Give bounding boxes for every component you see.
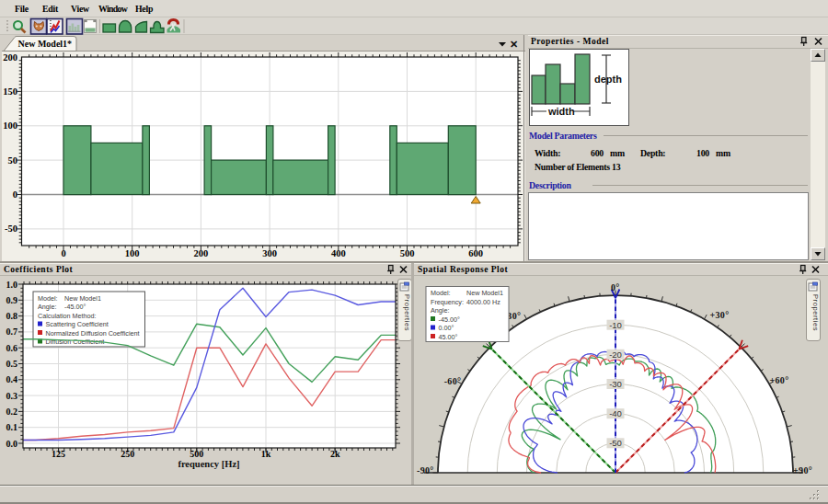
svg-text:Model:: Model: xyxy=(431,289,451,297)
svg-text:0°: 0° xyxy=(611,282,620,292)
svg-text:+90°: +90° xyxy=(793,465,812,475)
svg-text:+60°: +60° xyxy=(770,375,789,385)
svg-text:0.00°: 0.00° xyxy=(439,324,454,332)
svg-text:4000.00 Hz: 4000.00 Hz xyxy=(466,298,500,306)
svg-text:-90°: -90° xyxy=(417,465,434,475)
svg-text:Frequency:: Frequency: xyxy=(431,298,464,306)
svg-text:-30: -30 xyxy=(609,379,622,389)
svg-text:New Model1: New Model1 xyxy=(466,289,503,297)
svg-text:Angle:: Angle: xyxy=(431,306,449,315)
svg-text:-10: -10 xyxy=(609,320,622,330)
svg-text:-60°: -60° xyxy=(444,376,462,386)
svg-text:45.00°: 45.00° xyxy=(439,333,458,341)
svg-text:-20: -20 xyxy=(609,349,622,360)
svg-text:-50: -50 xyxy=(609,438,622,448)
svg-text:+30°: +30° xyxy=(710,310,730,320)
svg-text:-45.00°: -45.00° xyxy=(439,315,460,324)
svg-text:-40: -40 xyxy=(609,408,622,418)
